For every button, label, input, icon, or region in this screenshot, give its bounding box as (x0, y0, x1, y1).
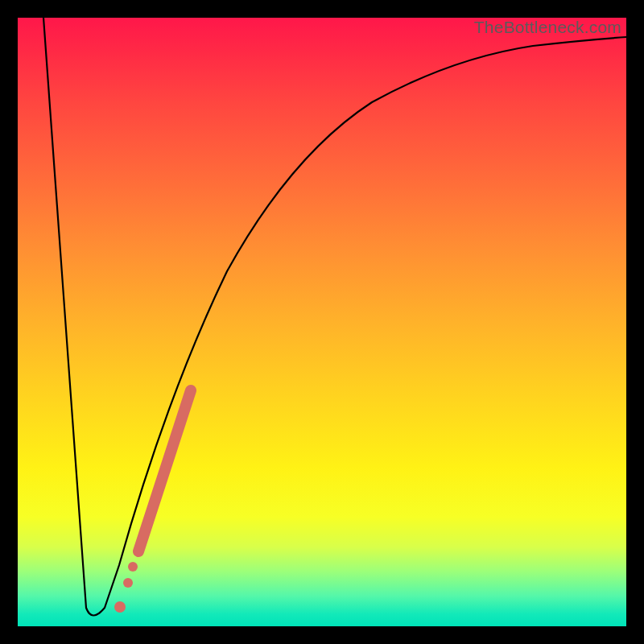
series-curve (43, 18, 626, 616)
plot-area: TheBottleneck.com (18, 18, 626, 626)
marker-1 (123, 578, 133, 588)
marker-2 (128, 562, 138, 572)
marker-3 (138, 390, 191, 551)
marker-layer (114, 390, 191, 613)
chart-svg (18, 18, 626, 626)
watermark-text: TheBottleneck.com (474, 18, 621, 37)
curve-layer (43, 18, 626, 616)
chart-frame: TheBottleneck.com (0, 0, 644, 644)
marker-0 (114, 601, 126, 613)
